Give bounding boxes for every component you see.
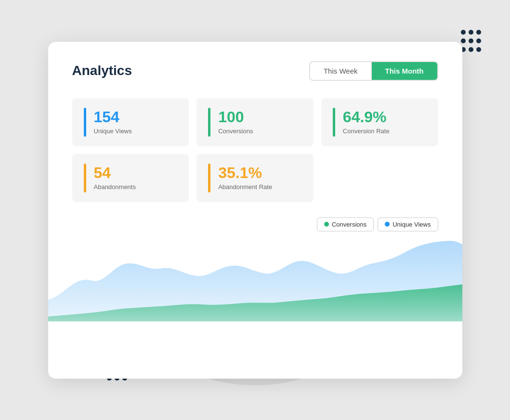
metric-card-abandonments: 54 Abandonments — [72, 154, 189, 202]
metric-bar-abandonments — [84, 164, 86, 192]
legend-label-conversions: Conversions — [332, 221, 366, 228]
filter-group: This Week This Month — [309, 61, 438, 81]
metric-content-unique-views: 154 Unique Views — [94, 109, 132, 135]
dots-decoration-tr — [460, 29, 481, 53]
filter-this-month[interactable]: This Month — [372, 62, 437, 80]
legend-item-conversions: Conversions — [317, 217, 374, 231]
filter-this-week[interactable]: This Week — [310, 62, 372, 80]
metric-label-conversions: Conversions — [218, 127, 253, 135]
metric-value-unique-views: 154 — [94, 109, 132, 125]
metric-card-unique-views: 154 Unique Views — [72, 98, 189, 146]
metric-bar-conversions — [208, 108, 210, 137]
metric-value-abandonment-rate: 35.1% — [218, 165, 272, 180]
legend-dot-conversions — [324, 222, 329, 227]
chart-legend: Conversions Unique Views — [72, 217, 438, 231]
page-header: Analytics This Week This Month — [72, 61, 438, 81]
metric-content-conversion-rate: 64.9% Conversion Rate — [343, 109, 390, 135]
metric-card-conversions: 100 Conversions — [196, 98, 314, 146]
chart-area — [48, 237, 462, 324]
metric-card-abandonment-rate: 35.1% Abandonment Rate — [196, 154, 314, 202]
metric-content-conversions: 100 Conversions — [218, 109, 253, 135]
metric-label-unique-views: Unique Views — [94, 127, 132, 135]
metrics-top-row: 154 Unique Views 100 Conversions 64.9% C… — [72, 98, 438, 146]
metric-value-conversions: 100 — [218, 109, 253, 125]
metric-label-conversion-rate: Conversion Rate — [343, 127, 390, 135]
legend-dot-unique-views — [385, 222, 390, 227]
page-title: Analytics — [72, 63, 132, 78]
metric-content-abandonments: 54 Abandonments — [94, 165, 136, 191]
metric-label-abandonment-rate: Abandonment Rate — [218, 183, 272, 191]
metric-card-empty — [321, 154, 438, 202]
metrics-bottom-row: 54 Abandonments 35.1% Abandonment Rate — [72, 154, 438, 202]
legend-label-unique-views: Unique Views — [392, 221, 431, 228]
metric-label-abandonments: Abandonments — [94, 183, 136, 191]
legend-item-unique-views: Unique Views — [378, 217, 438, 231]
metric-bar-unique-views — [84, 108, 86, 137]
metric-value-abandonments: 54 — [94, 165, 136, 180]
metric-value-conversion-rate: 64.9% — [343, 109, 390, 125]
metric-content-abandonment-rate: 35.1% Abandonment Rate — [218, 165, 272, 191]
metric-bar-abandonment-rate — [208, 164, 210, 192]
metric-card-conversion-rate: 64.9% Conversion Rate — [321, 98, 438, 146]
metric-bar-conversion-rate — [333, 108, 335, 137]
analytics-card: Analytics This Week This Month 154 Uniqu… — [48, 42, 462, 379]
